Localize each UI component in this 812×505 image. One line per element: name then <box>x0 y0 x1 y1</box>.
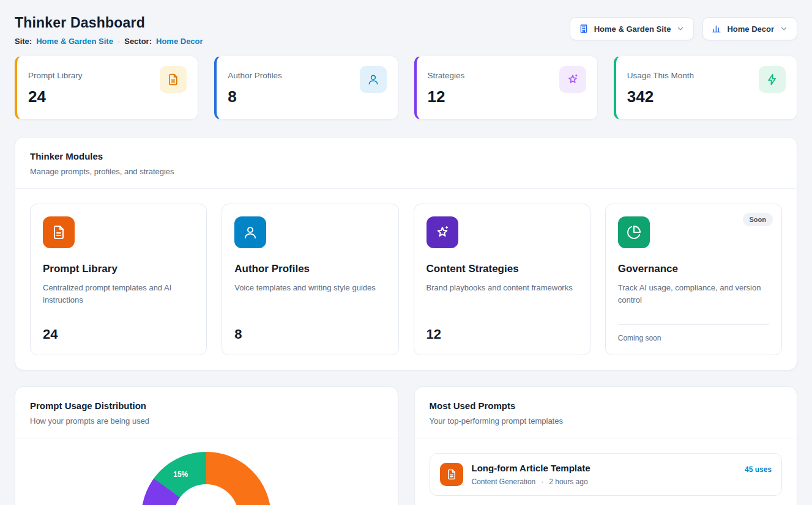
stat-card-prompt-library: Prompt Library 24 <box>15 56 198 120</box>
bar-chart-icon <box>712 24 721 34</box>
sector-link[interactable]: Home Decor <box>156 37 203 46</box>
stat-info: Usage This Month 342 <box>627 66 694 109</box>
stat-info: Author Profiles 8 <box>228 66 282 109</box>
usage-distribution-panel: Prompt Usage Distribution How your promp… <box>15 386 398 505</box>
modules-title: Thinker Modules <box>30 151 782 161</box>
prompt-category: Content Generation <box>472 477 536 486</box>
stat-card-usage: Usage This Month 342 <box>614 56 797 120</box>
module-description: Voice templates and writing style guides <box>234 282 386 294</box>
meta-separator: · <box>541 477 543 486</box>
prompt-item-info: Long-form Article Template Content Gener… <box>472 463 590 486</box>
module-card-governance[interactable]: Soon Governance Track AI usage, complian… <box>605 204 782 355</box>
stat-card-author-profiles: Author Profiles 8 <box>214 56 398 120</box>
sector-label: Sector: <box>124 37 152 46</box>
stat-info: Strategies 12 <box>428 66 465 109</box>
stat-label: Author Profiles <box>228 71 282 80</box>
document-icon <box>160 66 187 93</box>
person-icon <box>360 66 387 93</box>
breadcrumb: Site: Home & Garden Site · Sector: Home … <box>15 37 203 46</box>
donut-slice-label: 15% <box>173 470 188 479</box>
module-description: Centralized prompt templates and AI inst… <box>43 282 194 306</box>
stat-value: 24 <box>28 87 83 106</box>
stat-card-strategies: Strategies 12 <box>414 56 598 120</box>
prompt-list: Long-form Article Template Content Gener… <box>415 438 797 505</box>
most-used-header: Most Used Prompts Your top-performing pr… <box>415 387 797 438</box>
page-header: Thinker Dashboard Site: Home & Garden Si… <box>15 12 797 46</box>
header-selectors: Home & Garden Site Home Decor <box>570 17 797 40</box>
site-label: Site: <box>15 37 32 46</box>
list-item-prompt[interactable]: Long-form Article Template Content Gener… <box>430 453 783 496</box>
sector-selector[interactable]: Home Decor <box>702 17 797 40</box>
stats-row: Prompt Library 24 Author Profiles 8 Stra… <box>15 56 797 120</box>
building-icon <box>579 24 589 34</box>
prompt-item-meta: Content Generation · 2 hours ago <box>472 477 590 486</box>
site-selector-label: Home & Garden Site <box>594 24 671 34</box>
module-count: 12 <box>426 326 578 342</box>
module-count: 24 <box>43 326 194 342</box>
most-used-title: Most Used Prompts <box>430 400 783 411</box>
site-link[interactable]: Home & Garden Site <box>36 37 113 46</box>
header-left: Thinker Dashboard Site: Home & Garden Si… <box>15 12 203 46</box>
sparkle-star-icon <box>426 216 458 248</box>
dashboard-page: Thinker Dashboard Site: Home & Garden Si… <box>0 0 812 505</box>
stat-label: Strategies <box>428 71 465 80</box>
person-icon <box>234 216 266 248</box>
coming-soon-label: Coming soon <box>618 334 769 342</box>
prompt-item-title: Long-form Article Template <box>472 463 590 473</box>
meta-separator: · <box>117 37 120 46</box>
prompt-uses-badge: 45 uses <box>745 465 772 474</box>
stat-info: Prompt Library 24 <box>28 66 83 109</box>
chevron-down-icon <box>676 24 685 33</box>
stat-label: Prompt Library <box>28 71 83 80</box>
bottom-row: Prompt Usage Distribution How your promp… <box>15 386 797 505</box>
stat-value: 12 <box>428 87 465 106</box>
lightning-bolt-icon <box>759 66 786 93</box>
module-card-content-strategies[interactable]: Content Strategies Brand playbooks and c… <box>414 204 590 355</box>
soon-badge: Soon <box>743 213 773 226</box>
module-card-prompt-library[interactable]: Prompt Library Centralized prompt templa… <box>30 204 207 355</box>
usage-panel-header: Prompt Usage Distribution How your promp… <box>15 387 398 438</box>
module-divider <box>618 324 769 325</box>
document-icon <box>43 216 75 248</box>
module-title: Content Strategies <box>426 263 578 275</box>
usage-panel-subtitle: How your prompts are being used <box>30 416 383 426</box>
modules-subtitle: Manage prompts, profiles, and strategies <box>30 167 782 176</box>
sparkle-star-icon <box>559 66 586 93</box>
pie-chart-icon <box>618 216 650 248</box>
module-card-author-profiles[interactable]: Author Profiles Voice templates and writ… <box>222 204 398 355</box>
site-selector[interactable]: Home & Garden Site <box>570 17 695 40</box>
sector-selector-label: Home Decor <box>727 24 774 34</box>
document-icon <box>440 463 463 486</box>
stat-value: 8 <box>228 87 282 106</box>
modules-header: Thinker Modules Manage prompts, profiles… <box>15 138 797 188</box>
page-title: Thinker Dashboard <box>15 15 203 31</box>
usage-chart-area: 15% <box>15 438 398 505</box>
usage-panel-title: Prompt Usage Distribution <box>30 400 383 411</box>
prompt-timestamp: 2 hours ago <box>549 477 587 486</box>
module-title: Governance <box>618 263 769 275</box>
modules-grid: Prompt Library Centralized prompt templa… <box>15 188 797 370</box>
usage-donut-chart: 15% <box>141 452 271 505</box>
module-description: Track AI usage, compliance, and version … <box>618 282 769 306</box>
module-title: Prompt Library <box>43 263 194 275</box>
module-description: Brand playbooks and content frameworks <box>426 282 578 294</box>
module-title: Author Profiles <box>234 263 386 275</box>
module-count: 8 <box>234 326 386 342</box>
most-used-subtitle: Your top-performing prompt templates <box>430 416 783 426</box>
chevron-down-icon <box>780 24 788 33</box>
stat-value: 342 <box>627 87 694 106</box>
most-used-prompts-panel: Most Used Prompts Your top-performing pr… <box>414 386 798 505</box>
stat-label: Usage This Month <box>627 71 694 80</box>
thinker-modules-section: Thinker Modules Manage prompts, profiles… <box>15 137 797 370</box>
